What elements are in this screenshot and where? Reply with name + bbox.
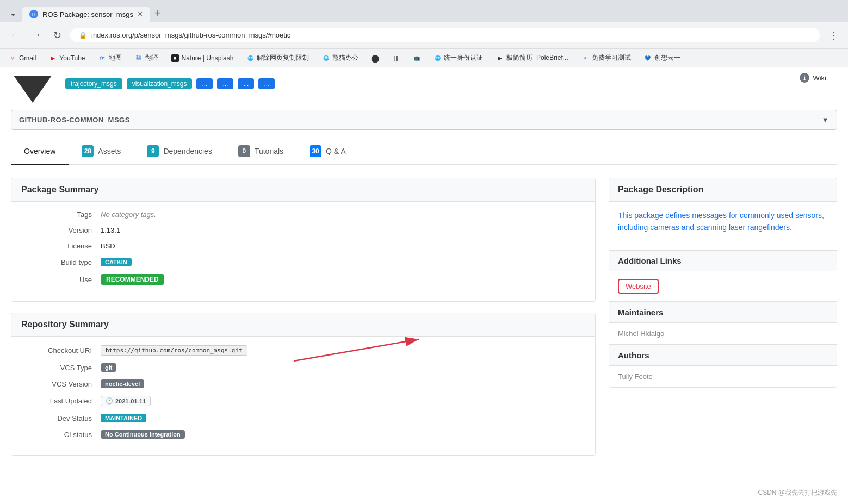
- youtube-icon: ▶: [49, 54, 57, 62]
- tab-qa[interactable]: 30 Q & A: [296, 139, 359, 165]
- tab-tutorials-badge: 0: [238, 145, 250, 157]
- bookmark-ai[interactable]: ✦ 免费学习测试: [579, 52, 633, 64]
- tab-qa-label: Q & A: [326, 147, 346, 155]
- bookmark-cloud[interactable]: 💙 创想云一: [642, 52, 683, 64]
- dev-status-badge: MAINTAINED: [101, 414, 146, 422]
- vcs-version-row: VCS Version noetic-devel: [21, 379, 585, 388]
- tags-label: Tags: [21, 210, 92, 219]
- bookmark-office[interactable]: 🌐 熊猫办公: [320, 52, 361, 64]
- bookmark-cloud-label: 创想云一: [654, 53, 680, 63]
- tag-trajectory[interactable]: trajectory_msgs: [65, 78, 122, 89]
- bookmark-ai-label: 免费学习测试: [592, 53, 631, 63]
- nature-icon: ■: [171, 54, 179, 62]
- tag-extra4[interactable]: ...: [258, 78, 275, 89]
- bookmark-limit-label: 解除网页复制限制: [257, 53, 309, 63]
- buildtype-label: Build type: [21, 258, 92, 266]
- bookmark-gmail-label: Gmail: [19, 54, 36, 62]
- additional-links-section: Additional Links Website: [609, 250, 837, 301]
- repo-summary-body: Checkout URI https://github.com/ros/comm…: [11, 337, 595, 455]
- author-name: Tully Foote: [609, 366, 837, 387]
- pkg-desc-header: Package Description: [609, 178, 837, 202]
- wiki-label: Wiki: [813, 74, 826, 82]
- back-button[interactable]: ←: [7, 27, 23, 43]
- bookmark-tv[interactable]: 📺: [411, 53, 423, 63]
- forward-button[interactable]: →: [28, 27, 45, 43]
- pkg-desc-body: This package defines messages for common…: [609, 202, 837, 250]
- tag-extra1[interactable]: ...: [196, 78, 213, 89]
- url-text: index.ros.org/p/sensor_msgs/github-ros-c…: [91, 31, 290, 39]
- vcs-type-badge: git: [101, 363, 116, 372]
- bookmark-github[interactable]: ⬤: [369, 53, 381, 63]
- more-options-button[interactable]: ⋮: [825, 27, 841, 43]
- tag-extra2[interactable]: ...: [217, 78, 233, 89]
- bookmark-gmail[interactable]: M Gmail: [7, 53, 38, 63]
- bookmark-nature[interactable]: ■ Nature | Unsplash: [169, 53, 236, 63]
- top-area: trajectory_msgs visualization_msgs ... .…: [0, 67, 848, 105]
- clock-icon: 🕐: [106, 397, 113, 405]
- vcs-version-label: VCS Version: [21, 380, 92, 388]
- dropdown-arrow-icon: ▼: [822, 116, 829, 124]
- bookmark-maps[interactable]: 🗺 地图: [96, 52, 124, 64]
- tab-dependencies[interactable]: 9 Dependencies: [134, 139, 225, 165]
- buildtype-badge: CATKIN: [101, 258, 132, 266]
- watermark: CSDN @我先去打把游戏先: [758, 488, 837, 497]
- tags-area: trajectory_msgs visualization_msgs ... .…: [65, 73, 275, 89]
- dev-status-label: Dev Status: [21, 414, 92, 422]
- version-label: Version: [21, 226, 92, 234]
- wiki-button[interactable]: ℹ Wiki: [800, 73, 826, 83]
- use-badge: RECOMMENDED: [101, 274, 164, 285]
- maps-icon: 🗺: [98, 54, 106, 62]
- tag-extra3[interactable]: ...: [238, 78, 254, 89]
- repo-summary-header: Repository Summary: [11, 313, 595, 337]
- maintainers-section: Maintainers Michel Hidalgo: [609, 301, 837, 344]
- wiki-area: ℹ Wiki: [800, 73, 826, 83]
- tab-title: ROS Package: sensor_msgs: [42, 10, 133, 18]
- dev-status-row: Dev Status MAINTAINED: [21, 414, 585, 422]
- website-link[interactable]: Website: [618, 279, 659, 294]
- tab-assets[interactable]: 28 Assets: [69, 139, 134, 165]
- tab-overview[interactable]: Overview: [11, 139, 69, 165]
- vcs-version-badge: noetic-devel: [101, 379, 144, 388]
- main-content: Package Summary Tags No category tags. V…: [0, 165, 848, 480]
- authors-header: Authors: [609, 345, 837, 366]
- description-box: Package Description This package defines…: [609, 178, 837, 388]
- translate-icon: 翻: [135, 54, 143, 62]
- bookmark-translate[interactable]: 翻 翻译: [133, 52, 160, 64]
- gmail-icon: M: [9, 54, 16, 62]
- license-label: License: [21, 242, 92, 250]
- bookmark-identity[interactable]: 🌐 统一身份认证: [431, 52, 485, 64]
- bookmark-bars[interactable]: |||: [390, 53, 402, 63]
- tab-tutorials[interactable]: 0 Tutorials: [225, 139, 296, 165]
- refresh-button[interactable]: ↻: [50, 27, 65, 43]
- repo-selector[interactable]: GITHUB-ROS-COMMON_MSGS ▼: [11, 110, 837, 130]
- tab-qa-badge: 30: [310, 145, 321, 157]
- right-panel: Package Description This package defines…: [609, 178, 837, 466]
- new-tab-button[interactable]: +: [150, 5, 165, 22]
- cloud-icon: 💙: [644, 54, 652, 62]
- version-value: 1.13.1: [101, 226, 120, 234]
- bookmark-pole[interactable]: ▶ 极简简历_PoleBrief...: [494, 52, 570, 64]
- bookmark-youtube[interactable]: ▶ YouTube: [47, 53, 87, 63]
- bookmarks-bar: M Gmail ▶ YouTube 🗺 地图 翻 翻译 ■ Nature | U…: [0, 49, 848, 67]
- bookmark-limit[interactable]: 🌐 解除网页复制限制: [244, 52, 311, 64]
- use-row: Use RECOMMENDED: [21, 274, 585, 285]
- bookmark-youtube-label: YouTube: [59, 54, 85, 62]
- tab-recent-btn[interactable]: ⏷: [4, 8, 22, 22]
- tab-bar: ⏷ R ROS Package: sensor_msgs × +: [0, 0, 848, 22]
- active-tab[interactable]: R ROS Package: sensor_msgs ×: [22, 7, 150, 22]
- additional-links-header: Additional Links: [609, 251, 837, 271]
- tag-visualization[interactable]: visualization_msgs: [127, 78, 193, 89]
- nav-bar: ← → ↻ 🔒 index.ros.org/p/sensor_msgs/gith…: [0, 22, 848, 49]
- last-updated-label: Last Updated: [21, 397, 92, 405]
- bookmark-maps-label: 地图: [109, 53, 122, 63]
- ci-status-row: CI status No Continuous Integration: [21, 430, 585, 439]
- ai-icon: ✦: [581, 54, 589, 62]
- authors-section: Authors Tully Foote: [609, 344, 837, 387]
- left-panel: Package Summary Tags No category tags. V…: [11, 178, 596, 466]
- tab-close-button[interactable]: ×: [138, 10, 143, 18]
- security-icon: 🔒: [79, 32, 87, 39]
- address-bar[interactable]: 🔒 index.ros.org/p/sensor_msgs/github-ros…: [70, 28, 820, 42]
- additional-links-body: Website: [609, 271, 837, 301]
- last-updated-value: 2021-01-11: [115, 398, 146, 405]
- use-label: Use: [21, 276, 92, 284]
